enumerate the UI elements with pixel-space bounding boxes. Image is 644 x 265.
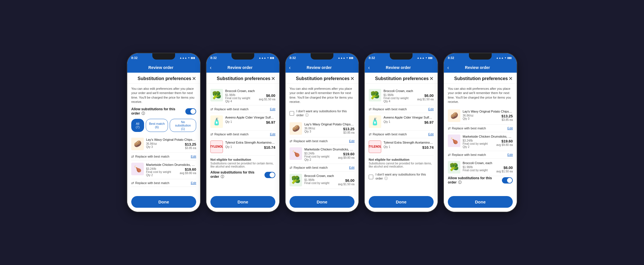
modal-content: Substitution preferences ✕ You can also … bbox=[444, 73, 517, 212]
product-image: 🥦 bbox=[448, 161, 460, 174]
action-row: ⇄ Replace with best match Edit bbox=[131, 153, 196, 160]
modal-content: Substitution preferences ✕ 🥦 Broccoli Cr… bbox=[206, 73, 279, 212]
done-button[interactable]: Done bbox=[290, 196, 354, 208]
product-price-col: $6.00 avg $1.50 ea bbox=[338, 178, 354, 186]
replace-icon: ⇄ bbox=[290, 166, 292, 170]
edit-link[interactable]: Edit bbox=[507, 153, 513, 156]
modal-header: Substitution preferences ✕ bbox=[206, 73, 279, 84]
product-price-col: $10.74 bbox=[264, 145, 275, 150]
product-details-col: 36.8¢/oz Qty 3 bbox=[304, 127, 315, 133]
edit-link[interactable]: Edit bbox=[349, 139, 354, 143]
action-left: ⇄ Replace with best match bbox=[369, 132, 407, 136]
product-details-col: Qty 1 bbox=[225, 145, 232, 148]
done-button[interactable]: Done bbox=[448, 196, 513, 208]
action-text: Replace with best match bbox=[373, 132, 407, 136]
modal-title: Substitution preferences bbox=[216, 76, 271, 81]
replace-icon: ⇄ bbox=[369, 132, 372, 136]
done-button[interactable]: Done bbox=[210, 196, 275, 208]
close-button[interactable]: ✕ bbox=[271, 76, 275, 81]
product-weight-note: Final cost by weight bbox=[463, 169, 488, 172]
product-item: 🥦 Broccoli Crown, each $1.98/lb Final co… bbox=[210, 87, 275, 105]
action-row: ⇄ Replace with best match Edit bbox=[369, 105, 434, 113]
product-item: 🧴 Aveeno Apple Cider Vinegar Sulfate-Fre… bbox=[369, 113, 434, 131]
phone-inner: 8:32 ▲▲▲ ▾ ▮▮▮ ‹ Review order Substitut bbox=[365, 53, 438, 212]
product-image: 🍗 bbox=[290, 147, 302, 160]
product-qty: Qty 3 bbox=[146, 145, 157, 148]
done-button[interactable]: Done bbox=[131, 196, 196, 208]
edit-link[interactable]: Edit bbox=[349, 166, 354, 169]
product-avg: $3.85 ea bbox=[501, 118, 513, 121]
signal-icon: ▲▲▲ bbox=[338, 56, 345, 59]
product-qty: Qty 2 bbox=[146, 174, 171, 177]
edit-link[interactable]: Edit bbox=[507, 127, 513, 130]
done-btn-area: Done bbox=[365, 193, 438, 212]
product-item: 🥔 Lay's Wavy Original Potato Chips, Part… bbox=[131, 135, 196, 153]
toggle-switch[interactable] bbox=[185, 108, 196, 115]
filter-tab-2[interactable]: No substitution (1) bbox=[170, 119, 196, 132]
done-btn-area: Done bbox=[206, 193, 279, 212]
product-details-col: $1.98/lb Final cost by weight Qty 4 bbox=[225, 93, 250, 103]
product-price-per: 36.8¢/oz bbox=[146, 142, 157, 145]
product-price: $6.00 bbox=[338, 178, 354, 183]
product-price-row: $1.98/lb Final cost by weight $6.00 avg … bbox=[304, 178, 354, 186]
back-button[interactable]: ‹ bbox=[210, 65, 212, 71]
product-weight-note: Final cost by weight bbox=[146, 170, 171, 174]
close-button[interactable]: ✕ bbox=[350, 76, 354, 81]
subtitle-text: You can also edit preferences after you … bbox=[131, 87, 196, 104]
checkbox-label: I don't want any substitutions for this … bbox=[296, 109, 354, 118]
product-avg: $3.85 ea bbox=[185, 146, 196, 150]
toggle-switch-bottom[interactable] bbox=[502, 177, 513, 184]
close-button[interactable]: ✕ bbox=[429, 76, 434, 81]
product-item: 🍗 Marketside Chicken Drumsticks, 2.5-4.7… bbox=[448, 132, 513, 151]
product-name: Marketside Chicken Drumsticks, 2.5-4.7 l… bbox=[304, 147, 354, 151]
product-price-col: $19.60 avg $9.80 ea bbox=[496, 139, 513, 146]
phones-container: 8:32 ▲▲▲ ▾ ▮▮▮ Review order Substituti bbox=[127, 53, 517, 212]
edit-link[interactable]: Edit bbox=[191, 155, 196, 158]
product-name: Broccoli Crown, each bbox=[304, 174, 354, 178]
no-sub-checkbox[interactable] bbox=[369, 175, 373, 179]
filter-tab-0[interactable]: All (7) bbox=[131, 119, 144, 132]
no-substitution-checkbox[interactable] bbox=[290, 111, 294, 116]
edit-link[interactable]: Edit bbox=[428, 107, 434, 111]
close-button[interactable]: ✕ bbox=[192, 76, 196, 81]
wifi-icon: ▾ bbox=[426, 56, 427, 59]
action-text: Replace with best match bbox=[214, 132, 249, 136]
product-price-row: Qty 1 $6.97 bbox=[383, 120, 434, 125]
back-button[interactable]: ‹ bbox=[289, 65, 291, 71]
status-icons: ▲▲▲ ▾ ▮▮▮ bbox=[179, 56, 195, 59]
status-time: 8:32 bbox=[369, 56, 375, 60]
product-info: Tylenol Extra Strength Acetaminophen Rap… bbox=[225, 140, 275, 149]
filter-tab-1[interactable]: Best match (6) bbox=[146, 119, 168, 132]
edit-link[interactable]: Edit bbox=[191, 181, 196, 185]
toggle-row-bottom: Allow substitutions for this order ⓘ bbox=[448, 176, 513, 185]
product-avg: avg $1.50 ea bbox=[338, 183, 354, 186]
toggle-switch-bottom[interactable] bbox=[264, 172, 275, 178]
product-avg: avg $9.80 ea bbox=[496, 143, 513, 146]
toggle-label-bottom: Allow substitutions for this order ⓘ bbox=[210, 170, 262, 179]
action-text: Replace with best match bbox=[452, 153, 486, 156]
action-row: ⇄ Replace with best match Edit bbox=[131, 179, 196, 187]
status-icons: ▲▲▲ ▾ ▮▮▮ bbox=[417, 56, 432, 59]
signal-icon: ▲▲▲ bbox=[259, 56, 266, 59]
not-eligible-label: Not eligible for substitution bbox=[369, 158, 434, 161]
phone-inner: 8:32 ▲▲▲ ▾ ▮▮▮ ‹ Review order Substitut bbox=[206, 53, 279, 212]
back-button[interactable]: ‹ bbox=[447, 65, 449, 71]
phone-wrapper: 8:32 ▲▲▲ ▾ ▮▮▮ ‹ Review order Substitut bbox=[364, 53, 438, 212]
done-button[interactable]: Done bbox=[369, 196, 434, 208]
product-price-per: $1.98/lb bbox=[304, 178, 329, 182]
product-avg: avg $1.50 ea bbox=[259, 98, 275, 101]
product-price-col: $6.00 avg $1.50 ea bbox=[496, 166, 513, 173]
product-avg: $3.85 ea bbox=[343, 131, 354, 134]
product-qty: Qty 3 bbox=[304, 130, 315, 133]
product-weight-note: Final cost by weight bbox=[304, 155, 329, 158]
product-price: $19.60 bbox=[180, 167, 196, 172]
checkbox-label-bottom: I don't want any substitutions for this … bbox=[376, 173, 434, 181]
product-name: Broccoli Crown, each bbox=[225, 89, 275, 93]
battery-icon: ▮▮▮ bbox=[428, 56, 432, 59]
close-button[interactable]: ✕ bbox=[508, 76, 513, 81]
edit-link[interactable]: Edit bbox=[270, 132, 275, 136]
edit-link[interactable]: Edit bbox=[428, 132, 434, 136]
edit-link[interactable]: Edit bbox=[270, 107, 275, 111]
back-button[interactable]: ‹ bbox=[368, 65, 370, 71]
product-price-col: $10.74 bbox=[422, 145, 434, 150]
